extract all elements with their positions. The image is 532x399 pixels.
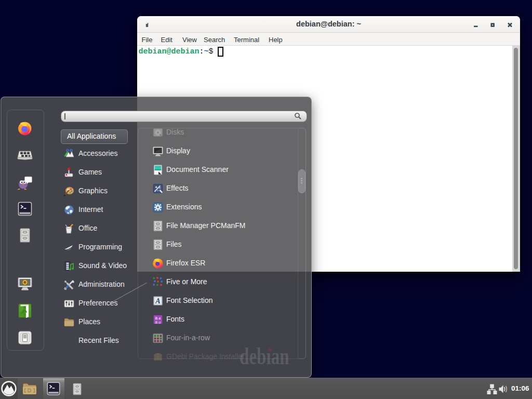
svg-text:a: a [155, 320, 157, 325]
svg-text:A: A [155, 297, 161, 305]
svg-text:a: a [158, 320, 161, 325]
